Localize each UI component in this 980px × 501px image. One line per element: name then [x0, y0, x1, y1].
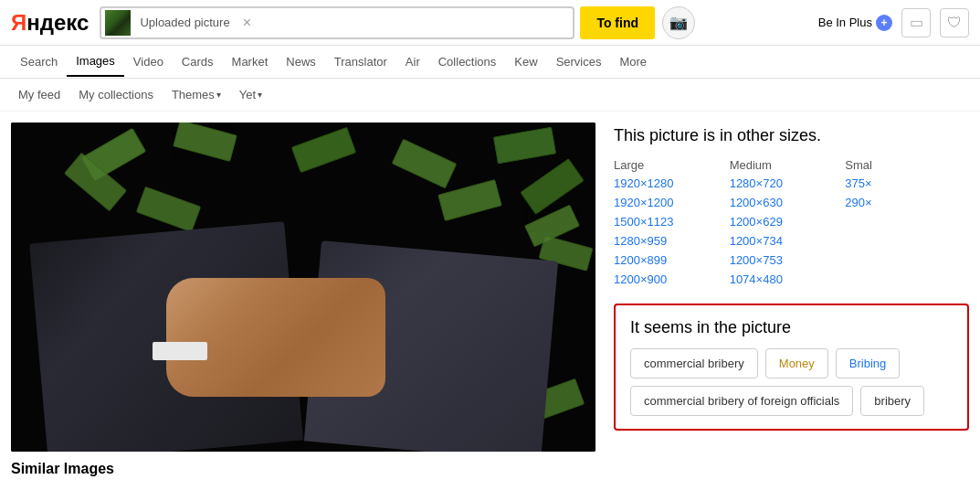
size-large-5[interactable]: 1200×900 — [614, 270, 730, 289]
size-small-empty-4 — [845, 250, 961, 270]
size-large-4[interactable]: 1200×899 — [614, 250, 730, 270]
search-uploaded-label: Uploaded picture — [134, 16, 235, 29]
themes-chevron-icon: ▾ — [216, 90, 221, 100]
sub-nav-my-feed[interactable]: My feed — [11, 84, 68, 105]
tab-images[interactable]: Images — [67, 47, 124, 77]
size-small-empty-2 — [845, 212, 961, 231]
right-panel: This picture is in other sizes. Large Me… — [614, 123, 969, 477]
header-right: Be In Plus + ▭ 🛡 — [818, 8, 969, 37]
sizes-table: Large Medium Smal 1920×1280 1280×720 375… — [614, 156, 961, 289]
tag-commercial-bribery[interactable]: commercial bribery — [630, 348, 758, 378]
tab-collections[interactable]: Collections — [429, 48, 506, 76]
tab-air[interactable]: Air — [396, 48, 429, 76]
tab-search[interactable]: Search — [11, 48, 67, 76]
yet-chevron-icon: ▾ — [258, 90, 262, 100]
size-small-0[interactable]: 375× — [845, 174, 961, 193]
tags-row-1: commercial bribery Money Bribing — [630, 348, 953, 378]
camera-icon: 📷 — [669, 14, 688, 31]
tag-bribing[interactable]: Bribing — [836, 348, 900, 378]
size-header-small: Smal — [845, 156, 961, 174]
size-large-1[interactable]: 1920×1200 — [614, 193, 730, 212]
size-medium-2[interactable]: 1200×629 — [730, 212, 846, 231]
nav-tabs: Search Images Video Cards Market News Tr… — [0, 46, 980, 79]
tags-row-2: commercial bribery of foreign officials … — [630, 386, 953, 416]
sub-nav: My feed My collections Themes ▾ Yet ▾ — [0, 79, 980, 112]
size-header-medium: Medium — [730, 156, 846, 174]
cards-icon: ▭ — [910, 14, 923, 31]
themes-label: Themes — [172, 88, 215, 101]
tab-more[interactable]: More — [610, 48, 656, 76]
search-button[interactable]: To find — [580, 6, 655, 39]
seems-section: It seems in the picture commercial bribe… — [614, 304, 969, 431]
sizes-title: This picture is in other sizes. — [614, 126, 969, 145]
size-medium-1[interactable]: 1200×630 — [730, 193, 846, 212]
tag-bribery[interactable]: bribery — [860, 386, 924, 416]
camera-button[interactable]: 📷 — [662, 6, 695, 39]
tab-translator[interactable]: Translator — [325, 48, 396, 76]
size-medium-4[interactable]: 1200×753 — [730, 250, 846, 270]
be-in-plus-label: Be In Plus — [818, 16, 872, 29]
size-small-1[interactable]: 290× — [845, 193, 961, 212]
be-in-plus[interactable]: Be In Plus + — [818, 15, 892, 31]
sub-nav-themes[interactable]: Themes ▾ — [164, 84, 228, 105]
plus-circle: + — [876, 15, 892, 31]
tab-services[interactable]: Services — [547, 48, 611, 76]
search-bar: Uploaded picture × — [100, 6, 574, 39]
logo[interactable]: Яндекс — [11, 10, 89, 36]
tag-money[interactable]: Money — [765, 348, 828, 378]
main-image — [11, 123, 595, 452]
image-panel: Similar Images — [11, 123, 595, 477]
logo-ndex: ндекс — [26, 10, 89, 35]
logo-ya: Я — [11, 10, 26, 35]
size-header-large: Large — [614, 156, 730, 174]
shield-icon: 🛡 — [947, 15, 962, 31]
size-small-empty-5 — [845, 270, 961, 289]
handshake-art — [11, 196, 595, 452]
header: Яндекс Uploaded picture × To find 📷 Be I… — [0, 0, 980, 46]
size-medium-0[interactable]: 1280×720 — [730, 174, 846, 193]
tab-video[interactable]: Video — [124, 48, 173, 76]
search-input[interactable] — [258, 16, 573, 30]
size-large-0[interactable]: 1920×1280 — [614, 174, 730, 193]
tab-kew[interactable]: Kew — [505, 48, 546, 76]
tab-cards[interactable]: Cards — [173, 48, 223, 76]
size-medium-5[interactable]: 1074×480 — [730, 270, 846, 289]
similar-images-label: Similar Images — [11, 461, 595, 477]
tab-news[interactable]: News — [277, 48, 325, 76]
cards-icon-btn[interactable]: ▭ — [901, 8, 931, 37]
yet-label: Yet — [239, 88, 256, 101]
sub-nav-my-collections[interactable]: My collections — [71, 84, 161, 105]
size-large-2[interactable]: 1500×1123 — [614, 212, 730, 231]
main-content: Similar Images This picture is in other … — [0, 112, 980, 477]
size-large-3[interactable]: 1280×959 — [614, 231, 730, 250]
shield-icon-btn[interactable]: 🛡 — [940, 8, 969, 37]
size-medium-3[interactable]: 1200×734 — [730, 231, 846, 250]
search-thumbnail — [105, 10, 131, 36]
seems-title: It seems in the picture — [630, 318, 953, 337]
size-small-empty-3 — [845, 231, 961, 250]
tab-market[interactable]: Market — [223, 48, 278, 76]
tag-commercial-bribery-foreign[interactable]: commercial bribery of foreign officials — [630, 386, 853, 416]
sub-nav-yet[interactable]: Yet ▾ — [232, 84, 269, 105]
search-close-btn[interactable]: × — [236, 15, 258, 31]
